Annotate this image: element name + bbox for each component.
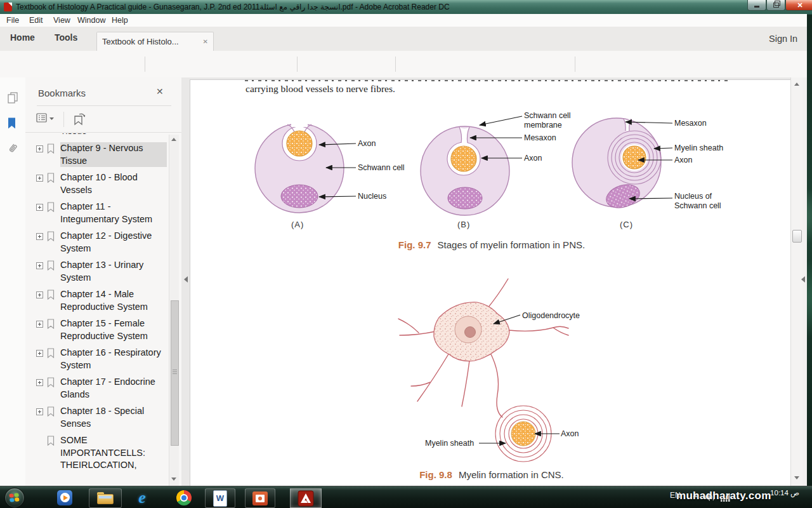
title-bar[interactable]: Textbook of Histology A Practical guide …	[0, 0, 812, 15]
expand-icon[interactable]	[36, 204, 43, 211]
bookmark-item-chapter-16[interactable]: Chapter 16 - Respiratory System	[25, 347, 169, 371]
attachments-icon[interactable]	[6, 142, 19, 155]
body-text: carrying blood vessels to nerve fibres.	[246, 83, 395, 95]
bookmark-item-chapter-13[interactable]: Chapter 13 - Urinary System	[25, 259, 169, 284]
expand-current-bookmark-icon[interactable]	[71, 111, 88, 126]
bookmark-label[interactable]: Chapter 17 - Endocrine Glands	[60, 376, 167, 401]
tab-close-icon[interactable]: ✕	[203, 38, 208, 45]
divider	[63, 112, 64, 127]
axon	[287, 131, 312, 156]
taskbar-powerpoint[interactable]	[245, 488, 275, 508]
tab-strip: Home Tools Textbook of Histolo... ✕ ? Si…	[0, 27, 807, 51]
bookmark-label[interactable]: Chapter 13 - Urinary System	[60, 259, 167, 284]
taskbar-file-explorer[interactable]	[89, 488, 122, 508]
clipped-text-line	[245, 80, 730, 81]
axon	[451, 146, 476, 171]
bookmarks-panel-icon[interactable]	[6, 117, 19, 130]
bookmark-item-chapter-9[interactable]: Chapter 9 - Nervous Tissue	[25, 142, 169, 167]
fig98-caption-text: Myelin formation in CNS.	[459, 469, 564, 480]
expand-icon[interactable]	[36, 408, 43, 415]
bookmark-label[interactable]: Chapter 18 - Special Senses	[60, 405, 167, 430]
label-mesaxon-c: Mesaxon	[674, 119, 707, 128]
pdf-app-icon	[4, 3, 12, 11]
bookmark-item-partial[interactable]: Tissue	[25, 133, 169, 138]
bookmark-icon	[47, 202, 55, 212]
expand-icon[interactable]	[36, 379, 43, 386]
bookmark-label[interactable]: Chapter 11 - Integumentary System	[60, 201, 167, 225]
label-axon-b: Axon	[524, 154, 542, 163]
taskbar-chrome[interactable]	[174, 488, 194, 507]
bookmark-label[interactable]: Chapter 12 - Digestive System	[60, 230, 167, 255]
bookmarks-list: Tissue Chapter 9 - Nervous Tissue Chapte…	[25, 133, 169, 486]
bookmark-item-some-important-cells[interactable]: SOME IMPORTANTCELLS: THEIRLOCATION,	[25, 434, 169, 472]
bookmarks-options-icon[interactable]	[36, 112, 55, 126]
restore-button[interactable]	[766, 0, 785, 11]
expand-icon[interactable]	[36, 321, 43, 328]
axon	[623, 146, 646, 169]
bookmark-label[interactable]: Chapter 9 - Nervous Tissue	[60, 142, 167, 167]
scroll-up-icon[interactable]	[794, 83, 799, 86]
taskbar-acrobat-reader-active[interactable]	[290, 488, 322, 508]
sign-in-button[interactable]: Sign In	[769, 34, 797, 44]
menu-help[interactable]: Help	[112, 16, 128, 25]
screen: Textbook of Histology A Practical guide …	[0, 0, 812, 508]
axon	[511, 422, 535, 446]
panel-c-tag: (C)	[620, 220, 633, 229]
bookmark-item-chapter-10[interactable]: Chapter 10 - Blood Vessels	[25, 171, 169, 196]
bookmark-label[interactable]: Chapter 10 - Blood Vessels	[60, 171, 167, 196]
close-window-button[interactable]: ✕	[785, 0, 812, 11]
bookmark-label[interactable]: Chapter 16 - Respiratory System	[60, 347, 167, 371]
minimize-button[interactable]	[747, 0, 766, 11]
taskbar-word[interactable]: W	[205, 488, 235, 508]
tab-home[interactable]: Home	[10, 32, 35, 43]
bookmark-label[interactable]: Chapter 14 - Male Reproductive System	[60, 288, 167, 313]
menu-edit[interactable]: Edit	[29, 16, 43, 25]
toolbar-separator	[395, 57, 396, 72]
menu-file[interactable]: File	[6, 16, 19, 25]
start-button[interactable]	[4, 488, 25, 508]
expand-icon[interactable]	[36, 291, 43, 298]
bookmarks-scroll-thumb[interactable]	[171, 300, 179, 446]
document-scroll-thumb[interactable]	[792, 230, 802, 243]
fig98-caption-label: Fig. 9.8	[419, 469, 452, 480]
collapse-right-panel-handle[interactable]	[799, 274, 807, 285]
bookmark-icon	[47, 319, 55, 329]
bookmark-icon	[47, 377, 55, 387]
tab-document-title: Textbook of Histolo...	[102, 37, 199, 46]
bookmark-item-chapter-18[interactable]: Chapter 18 - Special Senses	[25, 405, 169, 430]
scroll-down-icon[interactable]	[794, 476, 799, 479]
navigation-rail	[0, 77, 25, 486]
expand-icon[interactable]	[36, 233, 43, 240]
scroll-down-icon[interactable]	[171, 478, 176, 481]
panel-a-tag: (A)	[291, 220, 304, 229]
toolbar-separator	[297, 57, 298, 72]
bookmark-item-chapter-11[interactable]: Chapter 11 - Integumentary System	[25, 201, 169, 225]
expand-icon[interactable]	[36, 350, 43, 357]
menu-view[interactable]: View	[53, 16, 70, 25]
tab-tools[interactable]: Tools	[55, 32, 77, 43]
bookmark-item-chapter-15[interactable]: Chapter 15 - Female Reproductive System	[25, 318, 169, 342]
page-thumbnails-icon[interactable]	[6, 91, 19, 104]
bookmark-item-chapter-12[interactable]: Chapter 12 - Digestive System	[25, 230, 169, 255]
fig97-schwann-cell-b	[417, 123, 513, 218]
taskbar-internet-explorer[interactable]: e	[132, 488, 152, 507]
bookmarks-scrollbar[interactable]	[169, 135, 179, 486]
word-document-icon: W	[213, 490, 227, 507]
scroll-up-icon[interactable]	[171, 138, 176, 141]
collapse-left-panel-handle[interactable]	[182, 274, 190, 285]
expand-icon[interactable]	[36, 145, 43, 152]
bookmark-item-chapter-17[interactable]: Chapter 17 - Endocrine Glands	[25, 376, 169, 401]
taskbar-media-player[interactable]	[55, 488, 75, 507]
bookmark-label[interactable]: Tissue	[60, 133, 167, 138]
expand-icon[interactable]	[36, 262, 43, 269]
bookmarks-close-icon[interactable]: ✕	[156, 86, 164, 97]
expand-icon[interactable]	[36, 175, 43, 182]
fig97-schwann-cell-a	[251, 120, 348, 217]
bookmark-item-chapter-14[interactable]: Chapter 14 - Male Reproductive System	[25, 288, 169, 313]
watermark-text: muhadharaty.com	[676, 490, 771, 502]
tab-document[interactable]: Textbook of Histolo... ✕	[96, 32, 214, 51]
label-nucleus-schwann: Nucleus of Schwann cell	[674, 192, 733, 211]
menu-window[interactable]: Window	[77, 16, 105, 25]
bookmark-label[interactable]: SOME IMPORTANTCELLS: THEIRLOCATION,	[60, 434, 167, 472]
bookmark-label[interactable]: Chapter 15 - Female Reproductive System	[60, 318, 167, 342]
